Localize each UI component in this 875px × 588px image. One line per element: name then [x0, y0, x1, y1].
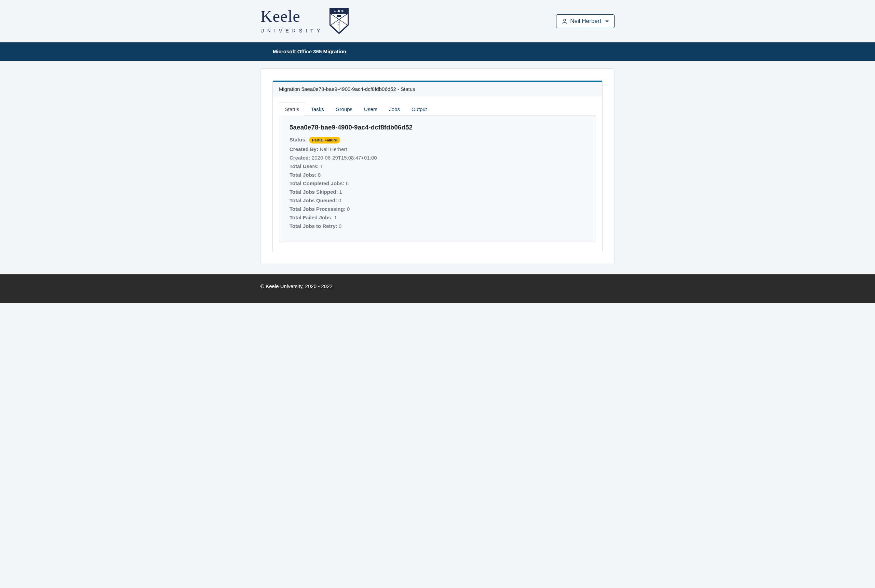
value-total-completed: 6: [346, 180, 349, 186]
label-total-jobs: Total Jobs:: [290, 172, 317, 178]
label-total-completed: Total Completed Jobs:: [290, 180, 345, 186]
tab-output[interactable]: Output: [406, 102, 433, 116]
field-total-skipped: Total Jobs Skipped: 1: [290, 189, 585, 195]
brand-logo[interactable]: Keele UNIVERSITY ✦ ⌘ ❊ 7: [260, 8, 349, 34]
tab-status[interactable]: Status: [279, 102, 305, 116]
card: Migration 5aea0e78-bae9-4900-9ac4-dcf8fd…: [260, 68, 615, 264]
svg-point-6: [564, 19, 566, 21]
value-total-users: 1: [320, 164, 323, 169]
main-content: Migration 5aea0e78-bae9-4900-9ac4-dcf8fd…: [0, 61, 875, 274]
tab-tasks[interactable]: Tasks: [305, 102, 330, 116]
tab-jobs[interactable]: Jobs: [383, 102, 406, 116]
label-created-by: Created By:: [290, 146, 318, 152]
value-created-by: Neil Herbert: [320, 146, 347, 152]
user-name: Neil Herbert: [570, 18, 601, 25]
user-icon: [562, 18, 567, 24]
label-total-queued: Total Jobs Queued:: [290, 198, 337, 203]
tab-pane-status: 5aea0e78-bae9-4900-9ac4-dcf8fdb06d52 Sta…: [279, 116, 596, 242]
tab-groups[interactable]: Groups: [330, 102, 358, 116]
field-total-processing: Total Jobs Processing: 0: [290, 206, 585, 212]
page-footer: © Keele University, 2020 - 2022: [0, 274, 875, 303]
value-total-processing: 0: [347, 206, 350, 212]
label-total-skipped: Total Jobs Skipped:: [290, 189, 338, 195]
brand-name: Keele: [260, 8, 323, 25]
svg-text:7: 7: [338, 21, 340, 26]
field-total-completed: Total Completed Jobs: 6: [290, 180, 585, 186]
panel-header: Migration 5aea0e78-bae9-4900-9ac4-dcf8fd…: [273, 82, 602, 96]
user-menu-button[interactable]: Neil Herbert: [556, 14, 615, 28]
label-total-processing: Total Jobs Processing:: [290, 206, 345, 212]
field-total-queued: Total Jobs Queued: 0: [290, 198, 585, 203]
label-total-failed: Total Failed Jobs:: [290, 214, 333, 220]
label-status: Status:: [290, 136, 307, 142]
value-total-failed: 1: [334, 214, 337, 220]
chevron-down-icon: [605, 21, 609, 22]
field-total-retry: Total Jobs to Retry: 0: [290, 223, 585, 229]
label-total-retry: Total Jobs to Retry:: [290, 223, 337, 229]
panel: Migration 5aea0e78-bae9-4900-9ac4-dcf8fd…: [272, 80, 603, 252]
value-total-jobs: 8: [318, 172, 321, 178]
tab-users[interactable]: Users: [358, 102, 383, 116]
brand-sub: UNIVERSITY: [260, 28, 323, 33]
value-created: 2020-06-29T15:08:47+01:00: [312, 155, 377, 160]
svg-text:✦ ⌘ ❊: ✦ ⌘ ❊: [333, 10, 344, 13]
field-created-by: Created By: Neil Herbert: [290, 146, 585, 152]
field-status: Status: Partial Failure: [290, 136, 585, 144]
svg-rect-2: [337, 15, 341, 17]
value-total-skipped: 1: [339, 189, 342, 195]
field-total-users: Total Users: 1: [290, 164, 585, 169]
shield-icon: ✦ ⌘ ❊ 7: [330, 8, 349, 34]
status-badge: Partial Failure: [309, 136, 340, 144]
value-total-retry: 0: [339, 223, 341, 229]
value-total-queued: 0: [338, 198, 341, 203]
label-created: Created:: [290, 155, 310, 160]
panel-body: Status Tasks Groups Users Jobs Output 5a…: [273, 96, 602, 252]
page-header: Keele UNIVERSITY ✦ ⌘ ❊ 7: [0, 0, 875, 42]
field-total-failed: Total Failed Jobs: 1: [290, 214, 585, 220]
label-total-users: Total Users:: [290, 164, 319, 169]
migration-id: 5aea0e78-bae9-4900-9ac4-dcf8fdb06d52: [290, 124, 585, 131]
field-created: Created: 2020-06-29T15:08:47+01:00: [290, 155, 585, 160]
copyright-text: © Keele University, 2020 - 2022: [260, 283, 333, 289]
navbar: Microsoft Office 365 Migration: [0, 42, 875, 61]
tabs: Status Tasks Groups Users Jobs Output: [279, 102, 596, 116]
field-total-jobs: Total Jobs: 8: [290, 172, 585, 178]
navbar-title[interactable]: Microsoft Office 365 Migration: [273, 48, 346, 54]
